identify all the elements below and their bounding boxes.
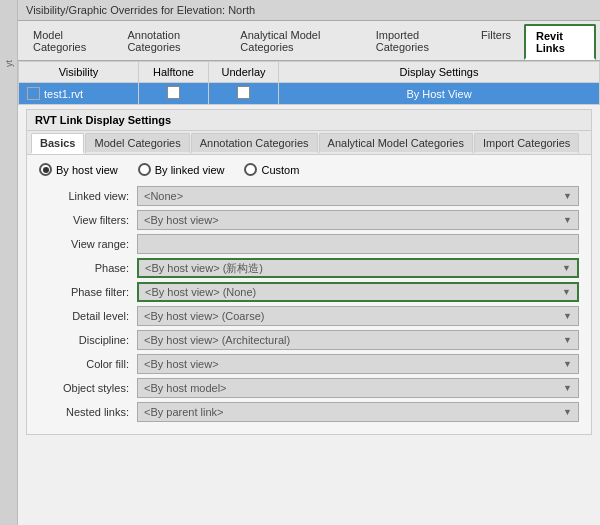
form-label-nested-links: Nested links: bbox=[39, 406, 129, 418]
visibility-table-container: Visibility Halftone Underlay Display Set… bbox=[18, 61, 600, 105]
underlay-cell bbox=[209, 83, 279, 105]
dropdown-arrow-phase: ▼ bbox=[562, 263, 571, 273]
form-label-color-fill: Color fill: bbox=[39, 358, 129, 370]
form-row-color-fill: Color fill:<By host view>▼ bbox=[39, 354, 579, 374]
form-value-detail-level[interactable]: <By host view> (Coarse)▼ bbox=[137, 306, 579, 326]
form-value-text-color-fill: <By host view> bbox=[144, 358, 219, 370]
view-mode-radio-group: By host view By linked view Custom bbox=[39, 163, 579, 176]
form-value-view-filters[interactable]: <By host view>▼ bbox=[137, 210, 579, 230]
form-value-nested-links[interactable]: <By parent link>▼ bbox=[137, 402, 579, 422]
form-value-color-fill[interactable]: <By host view>▼ bbox=[137, 354, 579, 374]
rvt-link-display-panel: RVT Link Display Settings Basics Model C… bbox=[26, 109, 592, 435]
form-label-phase: Phase: bbox=[39, 262, 129, 274]
form-value-text-phase-filter: <By host view> (None) bbox=[145, 286, 256, 298]
halftone-checkbox[interactable] bbox=[167, 86, 180, 99]
form-value-text-discipline: <By host view> (Architectural) bbox=[144, 334, 290, 346]
form-value-object-styles[interactable]: <By host model>▼ bbox=[137, 378, 579, 398]
form-value-linked-view[interactable]: <None>▼ bbox=[137, 186, 579, 206]
form-value-phase[interactable]: <By host view> (新构造)▼ bbox=[137, 258, 579, 278]
form-value-text-phase: <By host view> (新构造) bbox=[145, 261, 263, 276]
table-row[interactable]: test1.rvt By Host View bbox=[19, 83, 600, 105]
form-row-linked-view: Linked view:<None>▼ bbox=[39, 186, 579, 206]
form-value-text-nested-links: <By parent link> bbox=[144, 406, 224, 418]
form-label-detail-level: Detail level: bbox=[39, 310, 129, 322]
sub-tab-model-categories[interactable]: Model Categories bbox=[85, 133, 189, 154]
form-value-text-detail-level: <By host view> (Coarse) bbox=[144, 310, 264, 322]
underlay-checkbox[interactable] bbox=[237, 86, 250, 99]
form-label-view-filters: View filters: bbox=[39, 214, 129, 226]
rvt-panel-title: RVT Link Display Settings bbox=[27, 110, 591, 131]
dropdown-arrow-nested-links: ▼ bbox=[563, 407, 572, 417]
visibility-table: Visibility Halftone Underlay Display Set… bbox=[18, 61, 600, 105]
tab-analytical-model[interactable]: Analytical Model Categories bbox=[229, 24, 362, 60]
row-name-cell: test1.rvt bbox=[19, 83, 139, 105]
form-rows-container: Linked view:<None>▼View filters:<By host… bbox=[39, 186, 579, 422]
form-value-text-linked-view: <None> bbox=[144, 190, 183, 202]
radio-circle-host-view bbox=[39, 163, 52, 176]
form-value-text-object-styles: <By host model> bbox=[144, 382, 227, 394]
main-tab-bar: Model Categories Annotation Categories A… bbox=[18, 21, 600, 61]
left-sidebar: yt bbox=[0, 0, 18, 525]
form-row-view-filters: View filters:<By host view>▼ bbox=[39, 210, 579, 230]
form-row-discipline: Discipline:<By host view> (Architectural… bbox=[39, 330, 579, 350]
col-header-underlay: Underlay bbox=[209, 62, 279, 83]
col-header-visibility: Visibility bbox=[19, 62, 139, 83]
tab-model-categories[interactable]: Model Categories bbox=[22, 24, 114, 60]
form-row-nested-links: Nested links:<By parent link>▼ bbox=[39, 402, 579, 422]
sub-tab-basics[interactable]: Basics bbox=[31, 133, 84, 154]
radio-label-linked-view: By linked view bbox=[155, 164, 225, 176]
dropdown-arrow-linked-view: ▼ bbox=[563, 191, 572, 201]
form-value-phase-filter[interactable]: <By host view> (None)▼ bbox=[137, 282, 579, 302]
form-row-view-range: View range: bbox=[39, 234, 579, 254]
form-row-phase: Phase:<By host view> (新构造)▼ bbox=[39, 258, 579, 278]
radio-label-host-view: By host view bbox=[56, 164, 118, 176]
form-label-object-styles: Object styles: bbox=[39, 382, 129, 394]
dropdown-arrow-phase-filter: ▼ bbox=[562, 287, 571, 297]
dropdown-arrow-object-styles: ▼ bbox=[563, 383, 572, 393]
sub-tab-annotation-categories[interactable]: Annotation Categories bbox=[191, 133, 318, 154]
radio-label-custom: Custom bbox=[261, 164, 299, 176]
dropdown-arrow-discipline: ▼ bbox=[563, 335, 572, 345]
dropdown-arrow-view-filters: ▼ bbox=[563, 215, 572, 225]
sub-tab-import-categories[interactable]: Import Categories bbox=[474, 133, 579, 154]
title-text: Visibility/Graphic Overrides for Elevati… bbox=[26, 4, 255, 16]
form-row-object-styles: Object styles:<By host model>▼ bbox=[39, 378, 579, 398]
radio-circle-custom bbox=[244, 163, 257, 176]
halftone-cell bbox=[139, 83, 209, 105]
title-bar: Visibility/Graphic Overrides for Elevati… bbox=[18, 0, 600, 21]
tab-revit-links[interactable]: Revit Links bbox=[524, 24, 596, 60]
sidebar-text: yt bbox=[4, 60, 14, 67]
row-label: test1.rvt bbox=[44, 88, 83, 100]
col-header-display-settings: Display Settings bbox=[279, 62, 600, 83]
col-header-halftone: Halftone bbox=[139, 62, 209, 83]
form-value-view-range[interactable] bbox=[137, 234, 579, 254]
form-label-phase-filter: Phase filter: bbox=[39, 286, 129, 298]
radio-by-linked-view[interactable]: By linked view bbox=[138, 163, 225, 176]
display-value: By Host View bbox=[400, 87, 477, 101]
radio-custom[interactable]: Custom bbox=[244, 163, 299, 176]
row-checkbox[interactable] bbox=[27, 87, 40, 100]
sub-tab-bar: Basics Model Categories Annotation Categ… bbox=[27, 131, 591, 155]
form-value-text-view-filters: <By host view> bbox=[144, 214, 219, 226]
tab-filters[interactable]: Filters bbox=[470, 24, 522, 60]
form-row-detail-level: Detail level:<By host view> (Coarse)▼ bbox=[39, 306, 579, 326]
sub-tab-analytical-model[interactable]: Analytical Model Categories bbox=[319, 133, 473, 154]
radio-circle-linked-view bbox=[138, 163, 151, 176]
display-settings-cell: By Host View bbox=[279, 83, 600, 105]
form-label-discipline: Discipline: bbox=[39, 334, 129, 346]
form-row-phase-filter: Phase filter:<By host view> (None)▼ bbox=[39, 282, 579, 302]
basics-content: By host view By linked view Custom Linke… bbox=[27, 155, 591, 434]
dropdown-arrow-detail-level: ▼ bbox=[563, 311, 572, 321]
tab-annotation-categories[interactable]: Annotation Categories bbox=[116, 24, 227, 60]
form-label-view-range: View range: bbox=[39, 238, 129, 250]
form-value-discipline[interactable]: <By host view> (Architectural)▼ bbox=[137, 330, 579, 350]
tab-imported-categories[interactable]: Imported Categories bbox=[365, 24, 468, 60]
form-label-linked-view: Linked view: bbox=[39, 190, 129, 202]
dropdown-arrow-color-fill: ▼ bbox=[563, 359, 572, 369]
radio-by-host-view[interactable]: By host view bbox=[39, 163, 118, 176]
